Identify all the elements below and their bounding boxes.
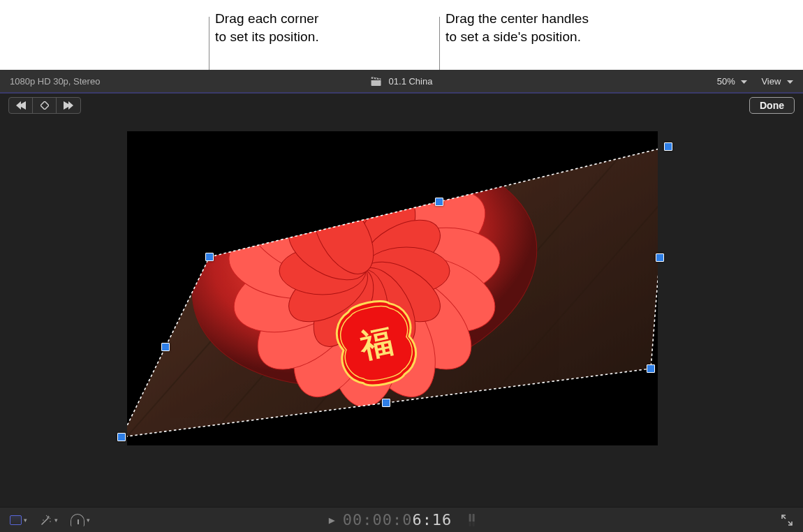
svg-point-30: [302, 258, 386, 356]
svg-point-20: [226, 222, 358, 304]
svg-point-24: [344, 185, 428, 283]
chevron-down-icon: [741, 80, 747, 84]
svg-point-33: [279, 208, 377, 293]
distort-handle-bottom-mid[interactable]: [382, 399, 390, 407]
retime-tool-dropdown[interactable]: ▾: [71, 514, 90, 526]
video-canvas[interactable]: 福: [127, 131, 658, 445]
viewer-footer: ▾ ▾ ▾ ▶ 00:00:06:16: [0, 507, 803, 532]
callout-center: Drag the center handles to set a side's …: [445, 10, 589, 45]
viewer-header: 1080p HD 30p, Stereo 01.1 China 50% View: [0, 70, 803, 92]
speedometer-icon: [71, 514, 84, 526]
transform-rect-icon: [10, 515, 22, 525]
view-dropdown[interactable]: View: [761, 76, 793, 87]
svg-point-32: [279, 247, 366, 295]
clapperboard-icon: [371, 76, 382, 86]
svg-point-19: [224, 241, 365, 346]
svg-point-14: [349, 252, 489, 388]
distort-handle-top-mid[interactable]: [435, 198, 443, 206]
viewer-canvas-area: 福: [0, 117, 803, 508]
onscreen-control-toolbar: Done: [0, 94, 803, 117]
svg-point-10: [342, 140, 473, 283]
zoom-value: 50%: [717, 76, 735, 87]
keyframe-nav-group: [8, 97, 81, 114]
timecode-dim: 00:00:0: [343, 511, 413, 529]
svg-point-16: [330, 281, 399, 407]
svg-point-27: [351, 250, 450, 334]
distort-handle-right-mid[interactable]: [656, 253, 664, 262]
distort-handle-top-left[interactable]: [205, 253, 214, 261]
callout-text-line: to set its position.: [215, 28, 319, 46]
audio-meter: [469, 514, 474, 526]
svg-point-37: [43, 519, 44, 521]
svg-point-11: [356, 172, 500, 296]
svg-point-34: [302, 185, 386, 283]
callout-text-line: to set a side's position.: [445, 28, 589, 46]
distort-handle-bottom-left[interactable]: [117, 433, 126, 441]
transform-tool-dropdown[interactable]: ▾: [10, 515, 27, 525]
magic-wand-icon: [40, 514, 52, 526]
svg-point-38: [50, 521, 51, 522]
svg-point-7: [170, 131, 559, 416]
callout-corner: Drag each corner to set its position.: [215, 10, 319, 45]
distort-handle-top-right[interactable]: [664, 142, 672, 151]
svg-rect-1: [127, 131, 658, 445]
zoom-dropdown[interactable]: 50%: [717, 76, 748, 87]
callout-text-line: Drag each corner: [215, 10, 319, 28]
prev-keyframe-button[interactable]: [9, 98, 33, 113]
svg-point-29: [341, 269, 388, 356]
svg-point-28: [344, 258, 428, 356]
svg-point-21: [229, 172, 373, 296]
svg-line-6: [127, 131, 420, 445]
svg-point-13: [364, 241, 505, 346]
chevron-down-icon: ▾: [87, 517, 90, 524]
add-keyframe-button[interactable]: [33, 98, 57, 113]
svg-point-18: [240, 252, 381, 388]
timecode-display[interactable]: ▶ 00:00:06:16: [329, 511, 475, 529]
chevron-down-icon: ▾: [24, 517, 27, 524]
svg-point-25: [351, 208, 450, 293]
format-label: 1080p HD 30p, Stereo: [10, 76, 100, 87]
svg-point-26: [363, 247, 450, 295]
svg-point-15: [337, 266, 452, 409]
svg-line-5: [392, 159, 658, 445]
svg-point-12: [371, 222, 503, 304]
svg-text:福: 福: [355, 323, 396, 365]
svg-point-17: [277, 266, 392, 409]
chevron-down-icon: ▾: [54, 517, 58, 524]
callout-text-line: Drag the center handles: [445, 10, 589, 28]
svg-line-4: [323, 145, 630, 445]
done-button[interactable]: Done: [749, 97, 795, 114]
viewer-panel: 1080p HD 30p, Stereo 01.1 China 50% View: [0, 70, 803, 532]
svg-point-23: [341, 186, 388, 272]
distort-handle-left-mid[interactable]: [161, 343, 170, 351]
play-icon: ▶: [329, 514, 336, 526]
next-keyframe-button[interactable]: [57, 98, 80, 113]
svg-point-9: [332, 131, 427, 268]
timecode-bright: 6:16: [412, 511, 452, 529]
view-label: View: [761, 76, 781, 87]
svg-marker-36: [127, 147, 658, 437]
svg-point-22: [256, 140, 387, 283]
fullscreen-button[interactable]: [781, 514, 793, 526]
svg-point-31: [279, 250, 377, 334]
chevron-down-icon: [787, 80, 793, 84]
distort-handle-bottom-right[interactable]: [647, 364, 655, 373]
clip-name: 01.1 China: [389, 76, 433, 87]
svg-line-3: [253, 131, 560, 445]
svg-line-2: [183, 131, 490, 445]
enhance-tool-dropdown[interactable]: ▾: [40, 514, 58, 526]
svg-point-8: [302, 131, 397, 268]
